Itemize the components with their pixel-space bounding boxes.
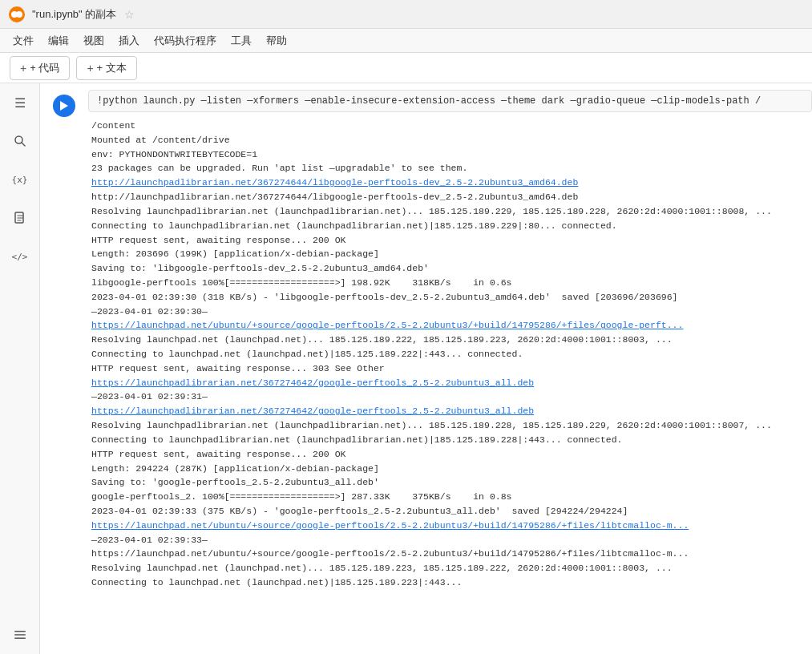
output-line: Saving to: 'libgoogle-perftools-dev_2.5-… (91, 261, 812, 276)
output-line: Connecting to launchpad.net (launchpad.n… (91, 347, 812, 361)
menu-icon[interactable]: ☰ (7, 90, 33, 115)
output-link[interactable]: https://launchpad.net/ubuntu/+source/goo… (91, 520, 689, 531)
output-line: —2023-04-01 02:39:30— (91, 305, 812, 319)
cell-container: !python launch.py —listen —xformers —ena… (40, 83, 812, 600)
output-line: http://launchpadlibrarian.net/367274644/… (91, 190, 812, 204)
output-line: Resolving launchpadlibrarian.net (launch… (91, 204, 812, 219)
add-code-label: + 代码 (30, 61, 59, 75)
output-line: 2023-04-01 02:39:33 (375 KB/s) - 'google… (91, 504, 812, 519)
svg-rect-7 (14, 634, 26, 636)
output-line: 23 packages can be upgraded. Run 'apt li… (91, 161, 812, 176)
output-line: https://launchpad.net/ubuntu/+source/goo… (91, 519, 812, 533)
output-line: libgoogle-perftools 100%[===============… (91, 276, 812, 290)
output-link[interactable]: http://launchpadlibrarian.net/367274644/… (91, 177, 578, 188)
code-input[interactable]: !python launch.py —listen —xformers —ena… (88, 90, 812, 112)
menu-edit[interactable]: 编辑 (42, 30, 75, 51)
svg-rect-8 (14, 638, 26, 640)
output-line: 2023-04-01 02:39:30 (318 KB/s) - 'libgoo… (91, 290, 812, 305)
output-line: Length: 294224 (287K) [application/x-deb… (91, 462, 812, 476)
plus-icon: + (20, 62, 26, 75)
code-sections-icon[interactable]: </> (7, 244, 33, 269)
output-link[interactable]: https://launchpad.net/ubuntu/+source/goo… (91, 320, 683, 330)
settings-icon2[interactable] (7, 622, 33, 648)
notebook-content: !python launch.py —listen —xformers —ena… (40, 83, 812, 654)
add-text-button[interactable]: + + 文本 (76, 56, 136, 80)
output-line: Connecting to launchpad.net (launchpad.n… (91, 575, 812, 590)
cell-gutter (40, 90, 88, 593)
output-link[interactable]: https://launchpadlibrarian.net/367274642… (91, 377, 534, 388)
output-line: Saving to: 'google-perftools_2.5-2.2ubun… (91, 475, 812, 490)
add-text-label: + 文本 (97, 61, 127, 75)
output-line: Resolving launchpad.net (launchpad.net).… (91, 333, 812, 347)
output-line: Mounted at /content/drive (91, 133, 812, 147)
output-line: —2023-04-01 02:39:33— (91, 533, 812, 547)
output-line: google-perftools_2. 100%[===============… (91, 490, 812, 504)
main-layout: ☰ {x} </> (0, 83, 812, 654)
files-icon[interactable] (7, 205, 33, 231)
cell-body: !python launch.py —listen —xformers —ena… (88, 90, 812, 593)
star-icon[interactable]: ☆ (124, 8, 135, 21)
title-text: "run.ipynb" 的副本 (32, 7, 116, 22)
output-line: /content (91, 119, 812, 133)
title-bar: "run.ipynb" 的副本 ☆ (0, 0, 812, 29)
add-code-button[interactable]: + + 代码 (10, 56, 70, 80)
colab-logo (8, 6, 26, 23)
output-line: HTTP request sent, awaiting response... … (91, 361, 812, 376)
sidebar: ☰ {x} </> (0, 83, 40, 654)
variables-icon[interactable]: {x} (7, 167, 33, 192)
output-line: Resolving launchpad.net (launchpad.net).… (91, 561, 812, 575)
output-line: https://launchpad.net/ubuntu/+source/goo… (91, 547, 812, 561)
menu-help[interactable]: 帮助 (260, 30, 293, 51)
menu-view[interactable]: 视图 (77, 30, 111, 51)
output-line: Connecting to launchpadlibrarian.net (la… (91, 219, 812, 233)
menu-tools[interactable]: 工具 (224, 30, 258, 51)
plus-icon2: + (87, 62, 93, 75)
svg-rect-6 (14, 631, 26, 632)
output-line: HTTP request sent, awaiting response... … (91, 447, 812, 462)
menu-runtime[interactable]: 代码执行程序 (147, 30, 223, 51)
menu-file[interactable]: 文件 (6, 30, 40, 51)
output-line: http://launchpadlibrarian.net/367274644/… (91, 176, 812, 190)
output-line: env: PYTHONDONTWRITEBYTECODE=1 (91, 147, 812, 162)
cell-output: /contentMounted at /content/driveenv: PY… (88, 115, 812, 593)
output-line: Connecting to launchpadlibrarian.net (la… (91, 433, 812, 447)
output-line: Length: 203696 (199K) [application/x-deb… (91, 247, 812, 261)
menu-bar: 文件 编辑 视图 插入 代码执行程序 工具 帮助 (0, 29, 812, 53)
search-icon[interactable] (7, 128, 33, 154)
run-cell-button[interactable] (53, 95, 75, 117)
output-line: https://launchpadlibrarian.net/367274642… (91, 376, 812, 390)
output-link[interactable]: https://launchpadlibrarian.net/367274642… (91, 406, 534, 416)
output-line: https://launchpadlibrarian.net/367274642… (91, 404, 812, 418)
output-line: Resolving launchpadlibrarian.net (launch… (91, 418, 812, 433)
svg-line-4 (22, 143, 25, 146)
output-line: https://launchpad.net/ubuntu/+source/goo… (91, 318, 812, 333)
output-line: HTTP request sent, awaiting response... … (91, 233, 812, 248)
svg-marker-9 (60, 101, 68, 111)
output-line: —2023-04-01 02:39:31— (91, 390, 812, 404)
svg-point-2 (16, 11, 22, 18)
toolbar: + + 代码 + + 文本 (0, 53, 812, 83)
menu-insert[interactable]: 插入 (112, 30, 146, 51)
